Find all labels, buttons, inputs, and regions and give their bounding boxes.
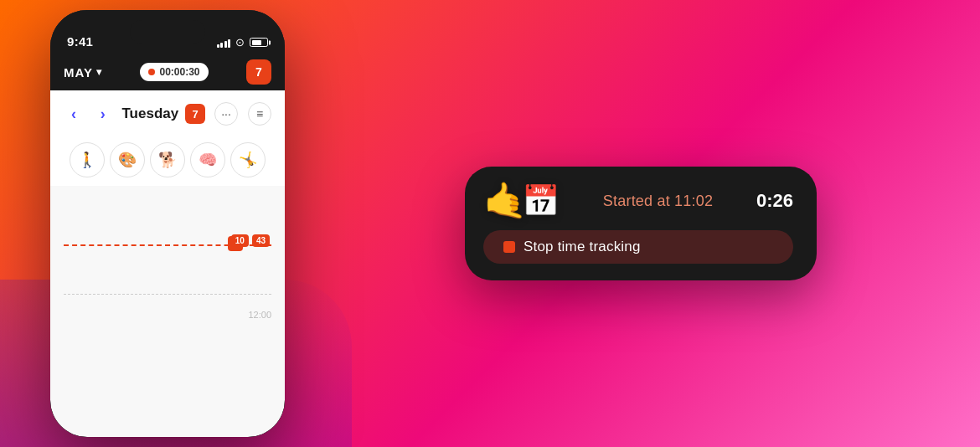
month-label: MAY: [64, 65, 93, 80]
category-list: 🚶 🎨 🐕 🧠 🤸: [50, 134, 285, 186]
signal-bar-2: [220, 43, 223, 48]
timeline-hour-label: 10: [231, 234, 249, 247]
status-icons: ⊙: [217, 36, 269, 49]
category-pet[interactable]: 🐕: [150, 142, 185, 177]
category-exercise[interactable]: 🤸: [230, 142, 266, 177]
phone-screen: ‹ › Tuesday 7 ··· ≡: [50, 90, 285, 437]
timeline-minute-label: 43: [252, 234, 270, 247]
mind-icon: 🧠: [199, 151, 217, 169]
app-hand-icon: 🤙: [483, 183, 527, 218]
ellipsis-icon: ···: [221, 107, 231, 121]
battery-icon: [250, 38, 268, 47]
day-name: Tuesday: [122, 105, 179, 122]
day-badge: 7: [185, 104, 205, 124]
signal-bar-1: [217, 44, 219, 48]
app-background: 9:41 ⊙ MAY ▾: [0, 0, 980, 447]
timer-value: 00:00:30: [159, 66, 199, 78]
calendar-day-number: 7: [255, 65, 262, 79]
dynamic-island: [130, 20, 205, 44]
category-art[interactable]: 🎨: [110, 142, 145, 177]
nav-icons: ··· ≡: [214, 102, 271, 126]
phone-frame: 9:41 ⊙ MAY ▾: [50, 10, 285, 437]
prev-day-button[interactable]: ‹: [64, 105, 84, 123]
timer-badge[interactable]: 00:00:30: [140, 63, 208, 81]
category-mind[interactable]: 🧠: [190, 142, 225, 177]
app-header: MAY ▾ 00:00:30 7: [50, 54, 285, 90]
widget-top-row: 🤙 📅 Started at 11:02 0:26: [483, 183, 793, 218]
list-view-button[interactable]: ≡: [248, 102, 271, 126]
stop-time-tracking-button[interactable]: Stop time tracking: [483, 230, 793, 264]
pet-icon: 🐕: [158, 151, 177, 169]
month-selector[interactable]: MAY ▾: [64, 65, 102, 80]
timer-display: 0:26: [756, 190, 793, 212]
timeline: 10 43 12:00: [50, 186, 285, 337]
walking-icon: 🚶: [78, 151, 96, 169]
signal-bar-3: [224, 41, 227, 48]
day-number: 7: [193, 108, 199, 121]
timeline-secondary-line: [64, 294, 271, 295]
status-time: 9:41: [67, 34, 93, 49]
started-label: Started at 11:02: [603, 193, 713, 210]
day-nav: ‹ › Tuesday 7 ··· ≡: [50, 90, 285, 134]
day-title: Tuesday 7: [122, 104, 206, 124]
wifi-icon: ⊙: [235, 36, 245, 49]
notification-widget: 🤙 📅 Started at 11:02 0:26 Stop time trac…: [465, 167, 817, 280]
battery-fill: [252, 40, 262, 45]
category-walking[interactable]: 🚶: [70, 142, 105, 177]
art-icon: 🎨: [118, 151, 137, 169]
app-calendar-icon: 📅: [522, 186, 560, 216]
stop-button-label: Stop time tracking: [524, 239, 641, 255]
notification-area: 🤙 📅 Started at 11:02 0:26 Stop time trac…: [285, 167, 980, 280]
chevron-down-icon: ▾: [96, 66, 102, 78]
calendar-badge[interactable]: 7: [246, 59, 271, 85]
timeline-labels: 10 43: [231, 234, 270, 247]
exercise-icon: 🤸: [239, 151, 257, 169]
list-icon: ≡: [256, 107, 263, 121]
phone-mockup: 9:41 ⊙ MAY ▾: [50, 10, 285, 437]
next-day-button[interactable]: ›: [93, 105, 113, 123]
more-options-button[interactable]: ···: [214, 102, 238, 126]
widget-app-icons: 🤙 📅: [483, 183, 560, 218]
stop-icon: [503, 241, 515, 253]
recording-dot-icon: [148, 69, 155, 75]
timeline-next-time: 12:00: [248, 310, 271, 320]
signal-icon: [217, 38, 231, 48]
signal-bar-4: [228, 39, 230, 48]
